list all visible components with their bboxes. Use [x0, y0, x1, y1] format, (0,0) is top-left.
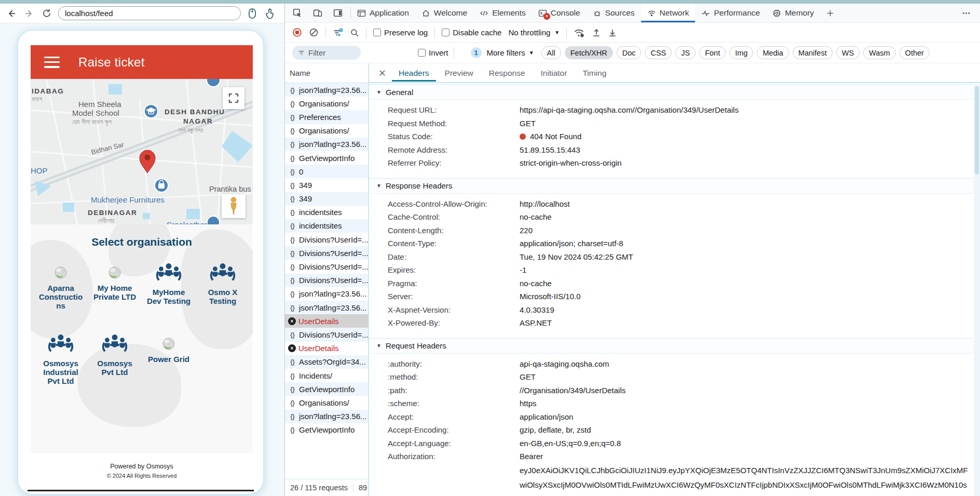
- request-row[interactable]: {}incidentsites: [285, 219, 368, 233]
- search-icon[interactable]: [350, 28, 359, 37]
- filter-type-ws[interactable]: WS: [836, 46, 860, 59]
- request-row[interactable]: {}Divisions?UserId=...: [285, 328, 368, 341]
- import-har-icon[interactable]: [592, 28, 601, 37]
- network-conditions-icon[interactable]: [574, 28, 585, 38]
- filter-type-wasm[interactable]: Wasm: [863, 46, 896, 59]
- scrollbar-thumb[interactable]: [975, 86, 979, 175]
- request-row[interactable]: {}json?latlng=23.56...: [285, 301, 368, 314]
- request-row[interactable]: {}GetViewportInfo: [285, 423, 368, 437]
- request-row[interactable]: {}349: [285, 192, 368, 206]
- header-row: Expires:-1: [369, 263, 974, 277]
- preserve-log-checkbox[interactable]: Preserve log: [373, 28, 428, 37]
- mouse-mode-icon[interactable]: [246, 7, 258, 20]
- detail-tab-preview[interactable]: Preview: [438, 64, 480, 82]
- people-icon: [210, 262, 236, 285]
- request-row[interactable]: {}Divisions?UserId=...: [285, 260, 368, 273]
- more-options-icon[interactable]: [956, 4, 977, 22]
- touch-mode-icon[interactable]: [264, 7, 276, 20]
- request-row[interactable]: ×UserDetails: [285, 342, 368, 355]
- filter-type-media[interactable]: Media: [757, 46, 789, 59]
- pegman-icon[interactable]: [222, 194, 246, 218]
- request-row[interactable]: {}Organisations/: [285, 396, 368, 409]
- export-har-icon[interactable]: [608, 28, 617, 37]
- request-row[interactable]: {}Organisations/: [285, 124, 368, 138]
- filter-type-css[interactable]: CSS: [645, 46, 672, 59]
- request-row[interactable]: ×UserDetails: [285, 314, 368, 328]
- org-item-osmosys-industrial-pvt-ltd[interactable]: Osmosys Industrial Pvt Ltd: [34, 333, 88, 385]
- detail-tab-initiator[interactable]: Initiator: [534, 64, 574, 82]
- request-row[interactable]: {}GetViewportInfo: [285, 151, 368, 165]
- request-row[interactable]: {}json?latlng=23.56...: [285, 138, 368, 151]
- filter-type-font[interactable]: Font: [699, 46, 726, 59]
- filter-type-fetch-xhr[interactable]: Fetch/XHR: [565, 46, 613, 59]
- detail-tab-headers[interactable]: Headers: [392, 64, 436, 82]
- request-row[interactable]: {}json?latlng=23.56...: [285, 410, 368, 423]
- org-item-myhome-dev-testing[interactable]: MyHome Dev Testing: [142, 262, 196, 310]
- request-row[interactable]: {}Divisions?UserId=...: [285, 246, 368, 260]
- org-item-osmosys-pvt-ltd[interactable]: Osmosys Pvt Ltd: [88, 333, 142, 385]
- devtools-tab-network[interactable]: Network: [641, 4, 696, 22]
- devtools-tab-welcome[interactable]: Welcome: [415, 4, 473, 22]
- request-row[interactable]: {}json?latlng=23.56...: [285, 287, 368, 301]
- org-item-power-grid[interactable]: Power Grid: [142, 333, 196, 385]
- filter-type-manifest[interactable]: Manifest: [793, 46, 833, 59]
- request-name: incidentsites: [299, 208, 342, 217]
- request-row[interactable]: {}Organisations/: [285, 97, 368, 110]
- add-tab-icon[interactable]: [820, 4, 840, 22]
- detail-tab-bar: HeadersPreviewResponseInitiatorTiming: [369, 63, 980, 83]
- request-row[interactable]: {}0: [285, 165, 368, 178]
- back-icon[interactable]: [5, 7, 18, 20]
- map[interactable]: IDABAGদাবাগHem SheelaModel Schoolহেম শীল…: [31, 79, 253, 224]
- request-row[interactable]: {}GetViewportInfo: [285, 382, 368, 396]
- forward-icon[interactable]: [23, 7, 35, 20]
- hamburger-menu-icon[interactable]: [44, 57, 60, 68]
- request-row[interactable]: {}Assets?OrgId=34...: [285, 355, 368, 369]
- device-toolbar-icon[interactable]: [311, 7, 324, 19]
- org-item-osmo-x-testing[interactable]: Osmo X Testing: [196, 262, 250, 310]
- close-icon[interactable]: [374, 65, 390, 81]
- detail-tab-timing[interactable]: Timing: [576, 64, 613, 82]
- filter-type-img[interactable]: Img: [729, 46, 753, 59]
- scrollbar[interactable]: [974, 84, 980, 496]
- throttling-select[interactable]: No throttling ▼: [508, 28, 560, 37]
- header-value: -1: [520, 263, 974, 277]
- request-row[interactable]: {}Divisions?UserId=...: [285, 233, 368, 246]
- detail-tab-response[interactable]: Response: [482, 64, 532, 82]
- devtools-tab-elements[interactable]: Elements: [473, 4, 532, 22]
- dock-side-icon[interactable]: [332, 7, 344, 19]
- section-header-response-headers[interactable]: ▼Response Headers: [369, 178, 974, 194]
- devtools-tab-performance[interactable]: Performance: [695, 4, 766, 22]
- org-item-aparna-constructions[interactable]: Aparna Constructions: [34, 262, 88, 310]
- request-row[interactable]: {}Incidents/: [285, 369, 368, 382]
- request-row[interactable]: {}incidentsites: [285, 206, 368, 219]
- filter-type-other[interactable]: Other: [900, 46, 930, 59]
- network-status-bar: 26 / 115 requests 89: [285, 479, 368, 496]
- request-row[interactable]: {}Divisions?UserId=...: [285, 274, 368, 287]
- clear-icon[interactable]: [309, 28, 319, 37]
- reload-icon[interactable]: [40, 7, 53, 20]
- section-header-request-headers[interactable]: ▼Request Headers: [369, 338, 974, 354]
- disable-cache-checkbox[interactable]: Disable cache: [442, 28, 501, 37]
- name-column-header[interactable]: Name: [285, 63, 368, 83]
- filter-input[interactable]: Filter: [292, 46, 361, 60]
- devtools-tab-console[interactable]: Console×: [532, 4, 587, 22]
- request-row[interactable]: {}349: [285, 178, 368, 192]
- devtools-tab-sources[interactable]: Sources: [587, 4, 641, 22]
- org-item-my-home-private-ltd[interactable]: My Home Private LTD: [88, 262, 142, 310]
- filter-type-js[interactable]: JS: [675, 46, 696, 59]
- more-filters-button[interactable]: More filters ▼: [487, 48, 534, 57]
- section-header-general[interactable]: ▼General: [369, 84, 974, 100]
- url-bar[interactable]: localhost/feed: [58, 6, 241, 20]
- filter-toggle-icon[interactable]: [333, 28, 343, 38]
- record-icon[interactable]: [292, 28, 302, 37]
- request-row[interactable]: {}Preferences: [285, 110, 368, 124]
- invert-checkbox[interactable]: Invert: [418, 48, 448, 57]
- fullscreen-icon[interactable]: [223, 87, 244, 109]
- filter-type-doc[interactable]: Doc: [617, 46, 642, 59]
- header-value: GET: [520, 370, 974, 384]
- devtools-tab-memory[interactable]: Memory: [766, 4, 820, 22]
- request-row[interactable]: {}json?latlng=23.56...: [285, 83, 368, 97]
- inspect-element-icon[interactable]: [291, 7, 304, 19]
- devtools-tab-application[interactable]: Application: [351, 4, 415, 22]
- filter-type-all[interactable]: All: [541, 46, 561, 59]
